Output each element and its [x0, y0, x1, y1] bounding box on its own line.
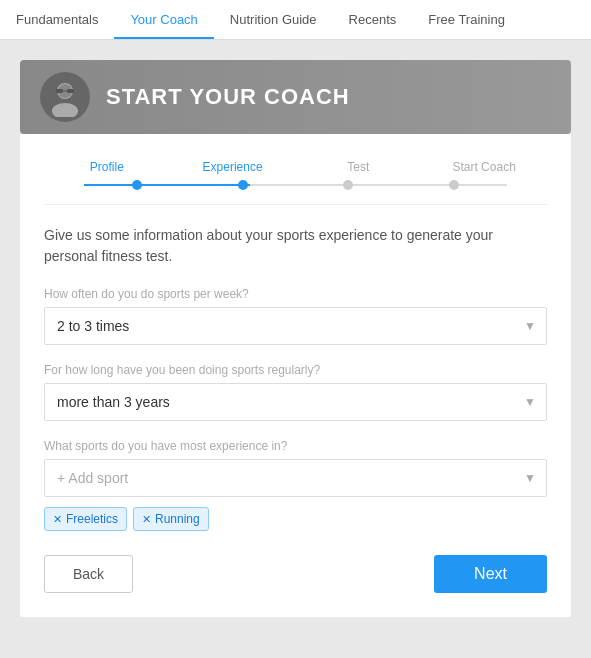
nav-item-your-coach[interactable]: Your Coach	[114, 0, 213, 39]
duration-group: For how long have you been doing sports …	[44, 363, 547, 421]
step-label-test: Test	[347, 160, 369, 174]
next-button[interactable]: Next	[434, 555, 547, 593]
coach-avatar	[40, 72, 90, 122]
step-node-test	[343, 180, 353, 190]
step-node-start-coach	[449, 180, 459, 190]
svg-rect-3	[56, 89, 63, 93]
sports-label: What sports do you have most experience …	[44, 439, 547, 453]
step-label-profile: Profile	[90, 160, 124, 174]
step-label-experience: Experience	[203, 160, 263, 174]
tag-running-remove-icon: ✕	[142, 513, 151, 526]
nav-item-fundamentals[interactable]: Fundamentals	[0, 0, 114, 39]
svg-rect-4	[67, 89, 74, 93]
steps-section: Profile Experience Test Start Coach	[44, 158, 547, 205]
duration-label: For how long have you been doing sports …	[44, 363, 547, 377]
nav-item-recents[interactable]: Recents	[333, 0, 413, 39]
form-description: Give us some information about your spor…	[44, 225, 547, 267]
frequency-label: How often do you do sports per week?	[44, 287, 547, 301]
step-node-profile	[132, 180, 142, 190]
sports-group: What sports do you have most experience …	[44, 439, 547, 531]
sports-placeholder: + Add sport	[45, 460, 546, 496]
banner-title: START YOUR COACH	[106, 84, 350, 110]
frequency-group: How often do you do sports per week? 2 t…	[44, 287, 547, 345]
sports-select[interactable]: + Add sport ▼	[44, 459, 547, 497]
tag-freeletics[interactable]: ✕ Freeletics	[44, 507, 127, 531]
step-node-experience	[238, 180, 248, 190]
tag-running-label: Running	[155, 512, 200, 526]
duration-select[interactable]: more than 3 years ▼	[44, 383, 547, 421]
main-content: START YOUR COACH Profile Experience Test…	[0, 40, 591, 637]
sports-tags: ✕ Freeletics ✕ Running	[44, 507, 547, 531]
frequency-value: 2 to 3 times	[45, 308, 546, 344]
tag-freeletics-label: Freeletics	[66, 512, 118, 526]
duration-value: more than 3 years	[45, 384, 546, 420]
coach-banner: START YOUR COACH	[20, 60, 571, 134]
top-navigation: Fundamentals Your Coach Nutrition Guide …	[0, 0, 591, 40]
tag-freeletics-remove-icon: ✕	[53, 513, 62, 526]
svg-point-1	[52, 103, 78, 117]
step-label-start-coach: Start Coach	[452, 160, 515, 174]
button-row: Back Next	[44, 555, 547, 593]
tag-running[interactable]: ✕ Running	[133, 507, 209, 531]
coach-card: Profile Experience Test Start Coach	[20, 134, 571, 617]
nav-item-nutrition-guide[interactable]: Nutrition Guide	[214, 0, 333, 39]
frequency-select[interactable]: 2 to 3 times ▼	[44, 307, 547, 345]
nav-item-free-training[interactable]: Free Training	[412, 0, 521, 39]
back-button[interactable]: Back	[44, 555, 133, 593]
